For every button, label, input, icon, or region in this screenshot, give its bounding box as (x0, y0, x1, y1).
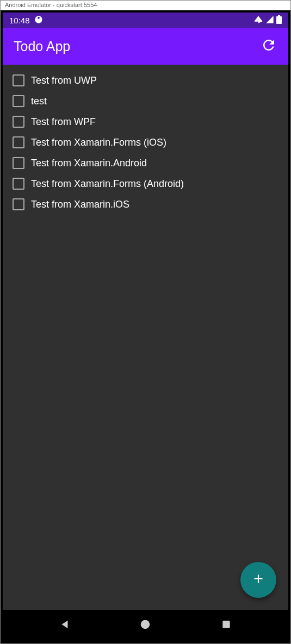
todo-label: test (31, 96, 47, 107)
refresh-button[interactable] (260, 37, 277, 55)
status-right (253, 15, 282, 26)
todo-checkbox[interactable] (13, 178, 24, 190)
todo-label: Test from Xamarin.Android (31, 158, 147, 169)
nav-recents-button[interactable] (219, 618, 234, 633)
status-bar: 10:48 (3, 12, 288, 28)
todo-item[interactable]: Test from Xamarin.Forms (iOS) (7, 132, 284, 153)
todo-checkbox[interactable] (13, 95, 24, 107)
refresh-icon (261, 37, 277, 55)
window-title-text: Android Emulator - quickstart:5554 (5, 2, 97, 8)
home-icon (139, 618, 151, 633)
todo-label: Test from WPF (31, 116, 96, 128)
todo-label: Test from Xamarin.Forms (Android) (31, 178, 184, 190)
todo-label: Test from Xamarin.Forms (iOS) (31, 137, 166, 148)
svg-rect-2 (276, 16, 282, 24)
app-bar: Todo App (3, 28, 288, 65)
todo-list: Test from UWPtestTest from WPFTest from … (7, 70, 284, 215)
svg-point-4 (141, 620, 150, 629)
wifi-icon (253, 15, 263, 26)
todo-checkbox[interactable] (13, 157, 24, 169)
todo-checkbox[interactable] (13, 116, 24, 128)
plus-icon (251, 572, 265, 588)
todo-item[interactable]: Test from Xamarin.Forms (Android) (7, 173, 284, 194)
svg-rect-3 (278, 15, 280, 16)
status-time: 10:48 (9, 16, 30, 25)
todo-item[interactable]: test (7, 91, 284, 111)
svg-point-1 (38, 16, 40, 18)
nav-back-button[interactable] (57, 618, 72, 633)
recents-icon (221, 619, 232, 632)
todo-item[interactable]: Test from WPF (7, 111, 284, 132)
status-notification-icon (34, 15, 43, 26)
emulator-window-title: Android Emulator - quickstart:5554 (1, 1, 290, 10)
todo-label: Test from Xamarin.iOS (31, 199, 129, 210)
todo-item[interactable]: Test from Xamarin.Android (7, 153, 284, 173)
battery-icon (276, 15, 282, 26)
device-frame: 10:48 Todo App (1, 10, 290, 643)
todo-list-content: Test from UWPtestTest from WPFTest from … (3, 65, 288, 610)
device-screen: 10:48 Todo App (3, 12, 288, 641)
svg-rect-5 (222, 621, 230, 628)
back-icon (59, 618, 71, 633)
todo-checkbox[interactable] (13, 136, 24, 148)
app-title: Todo App (14, 39, 70, 54)
add-todo-button[interactable] (240, 562, 276, 598)
todo-item[interactable]: Test from Xamarin.iOS (7, 194, 284, 215)
todo-label: Test from UWP (31, 75, 97, 86)
status-left: 10:48 (9, 15, 43, 26)
nav-home-button[interactable] (138, 618, 153, 633)
android-nav-bar (3, 610, 288, 641)
todo-item[interactable]: Test from UWP (7, 70, 284, 91)
todo-checkbox[interactable] (13, 74, 24, 86)
signal-icon (265, 15, 274, 26)
todo-checkbox[interactable] (13, 198, 24, 210)
